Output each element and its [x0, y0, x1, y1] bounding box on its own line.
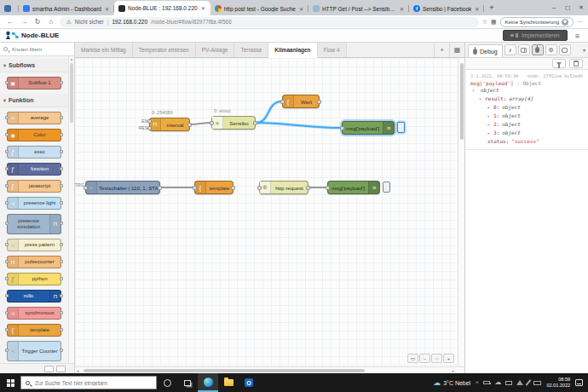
flow-tab-flow4[interactable]: Flow 4	[318, 43, 347, 57]
flow-tab-temperatur[interactable]: Temperatur einlesen	[133, 43, 196, 57]
palette-node-presence-light[interactable]: presence light	[7, 197, 61, 210]
main-menu-icon[interactable]: ≡	[575, 32, 579, 40]
node-http-request[interactable]: http request	[259, 181, 308, 194]
palette-node-pulsecounter[interactable]: pulsecounter	[7, 256, 61, 268]
minimize-button[interactable]: ─	[547, 4, 561, 11]
pen-icon[interactable]	[526, 379, 532, 385]
task-view-button[interactable]	[177, 373, 198, 392]
browser-menu-icon[interactable]: ⋯	[577, 19, 583, 26]
palette-node-rollo[interactable]: rollo	[7, 290, 61, 303]
palette-node-trigger-counter[interactable]: Trigger Counter	[7, 341, 61, 361]
cortana-button[interactable]	[157, 373, 177, 392]
flow-tab-markise[interactable]: Markise ein Mittag	[75, 43, 133, 57]
debug-tree-row[interactable]: status: "success"	[470, 137, 583, 146]
palette-node-press-pattern[interactable]: press pattern	[7, 239, 61, 251]
edge-taskbar-button[interactable]	[198, 373, 218, 392]
favorite-star-icon[interactable]: ☆	[482, 19, 487, 26]
start-button[interactable]	[0, 373, 20, 392]
reload-icon[interactable]: ↻	[32, 18, 43, 26]
back-icon[interactable]: ←	[5, 18, 15, 26]
palette-node-subflow-1[interactable]: Subflow 1	[7, 77, 61, 89]
canvas-area[interactable]: 0: 254089 EN RES interval 0: struct Sens…	[75, 58, 464, 373]
palette-section-funktion[interactable]: ▾ Funktion	[0, 94, 68, 107]
palette-node-javascript[interactable]: javascript	[7, 180, 61, 193]
zoom-reset-button[interactable]: ○	[431, 354, 442, 363]
palette-node-presence-simulation[interactable]: presence simulation	[7, 214, 61, 234]
caret-icon[interactable]: ▸	[487, 103, 493, 112]
tab-smartha[interactable]: smartha Admin - Dashboard ✕	[19, 2, 114, 15]
taskbar-search[interactable]	[20, 376, 157, 389]
filter-button[interactable]	[552, 59, 566, 68]
zoom-out-button[interactable]: −	[419, 354, 430, 363]
debug-tree-row[interactable]: ▸ 0: object	[470, 103, 583, 112]
close-tab-icon[interactable]: ✕	[200, 5, 206, 11]
caret-icon[interactable]: ▸	[487, 129, 493, 137]
context-tab-icon[interactable]	[559, 44, 571, 55]
canvas-vscrollbar[interactable]	[458, 58, 464, 366]
node-testschalter[interactable]: Testschalter | 110, 1, STATE	[85, 181, 160, 194]
palette-node-template[interactable]: template	[7, 324, 61, 337]
palette-node-function[interactable]: function	[7, 163, 61, 176]
canvas-hscrollbar[interactable]: ◂ ▸	[75, 366, 464, 373]
flow-list-button[interactable]: ▦	[449, 43, 464, 57]
file-explorer-button[interactable]	[218, 373, 239, 392]
palette-node-exec[interactable]: exec	[7, 146, 61, 159]
tray-expand-icon[interactable]: ^	[476, 380, 478, 386]
battery-icon[interactable]	[483, 381, 490, 384]
info-tab-icon[interactable]: i	[504, 44, 516, 55]
palette-scrollbar[interactable]: ▴	[68, 56, 74, 363]
close-tab-icon[interactable]: ✕	[104, 6, 110, 12]
node-debug-bottom[interactable]: msg['payload']	[327, 181, 380, 194]
outlook-button[interactable]: O	[239, 373, 259, 392]
config-tab-icon[interactable]: ⚙	[545, 44, 557, 55]
palette-node-synchronous[interactable]: synchronous	[7, 307, 61, 320]
caret-icon[interactable]: ▸	[487, 112, 493, 120]
palette-search[interactable]	[0, 43, 74, 56]
node-template[interactable]: template	[194, 181, 233, 194]
palette-layout-button[interactable]	[56, 366, 66, 372]
sync-status-button[interactable]: Keine Synchronisierung	[500, 17, 574, 27]
debug-tree-row[interactable]: ▸ 3: object	[470, 129, 583, 137]
tab-http-get-post[interactable]: HTTP Get / Post --> Sensibo - S ✕	[308, 2, 409, 15]
taskbar-search-input[interactable]	[33, 379, 152, 387]
tab-facebook[interactable]: f Sensibo | Facebook ✕	[409, 2, 484, 15]
debug-tree-row[interactable]: ▾ object	[470, 86, 583, 95]
tab-nodeblue[interactable]: Node-BLUE : 192.168.0.220 ✕	[114, 1, 210, 15]
node-wert[interactable]: Wert	[282, 95, 320, 108]
palette-search-input[interactable]	[10, 46, 61, 53]
url-box[interactable]: ⚠ Nicht sicher | 192.168.0.220/node-blue…	[60, 17, 479, 27]
tab-pinned[interactable]	[0, 2, 19, 15]
caret-icon[interactable]: ▾	[472, 86, 478, 95]
clear-messages-button[interactable]	[569, 59, 583, 68]
network-icon[interactable]	[516, 380, 523, 385]
palette-node-python[interactable]: python	[7, 273, 61, 285]
scroll-up-icon[interactable]: ▴	[69, 56, 74, 62]
panel-caret-icon[interactable]: ▾	[583, 47, 585, 53]
palette-node-color[interactable]: Color	[7, 129, 61, 141]
notification-center-icon[interactable]	[575, 379, 583, 386]
close-window-button[interactable]: ✕	[574, 4, 588, 11]
debug-tree-row[interactable]: ▸ 2: object	[470, 120, 583, 129]
home-icon[interactable]: ⌂	[46, 18, 56, 26]
debug-tab[interactable]: Debug	[468, 44, 503, 57]
tab-google-search[interactable]: http post test - Google Suche ✕	[210, 2, 308, 15]
close-tab-icon[interactable]: ✕	[474, 6, 480, 12]
add-flow-button[interactable]: +	[434, 43, 449, 57]
debug-tree-row[interactable]: ▸ 1: object	[470, 112, 583, 120]
deploy-button[interactable]: Implementieren	[503, 30, 568, 41]
debug-toggle-bottom[interactable]	[383, 182, 390, 193]
display-icon[interactable]	[505, 381, 512, 385]
weather-widget[interactable]: ☁ 3°C Nebel	[433, 378, 470, 387]
onedrive-cloud-icon[interactable]: ☁	[494, 379, 501, 386]
navigator-icon[interactable]: ▭	[407, 354, 418, 363]
maximize-button[interactable]: ▢	[561, 4, 574, 11]
help-tab-icon[interactable]	[518, 44, 530, 55]
touch-keyboard-icon[interactable]	[533, 381, 541, 385]
flow-tab-terrasse[interactable]: Terrasse	[234, 43, 268, 57]
zoom-in-button[interactable]: +	[443, 354, 454, 363]
flow-tab-klimaanlagen[interactable]: Klimaanlagen	[268, 43, 317, 58]
debug-tree-row[interactable]: ▾ result: array[4]	[470, 95, 583, 103]
forward-icon[interactable]: →	[19, 18, 29, 26]
node-sensibo[interactable]: Sensibo	[211, 116, 256, 130]
flow-tab-pv-anlage[interactable]: PV-Anlage	[196, 43, 235, 57]
